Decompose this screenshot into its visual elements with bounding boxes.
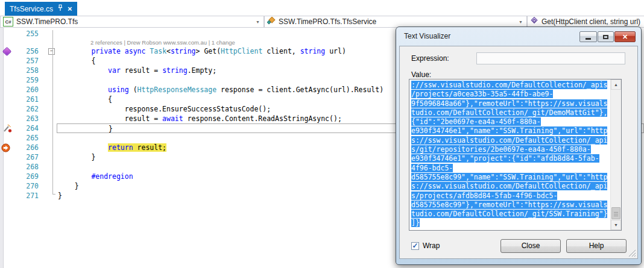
dialog-body: Expression: Value: ://ssw.visualstudio.c…	[399, 46, 638, 259]
wrap-checkbox[interactable]: ✓ Wrap	[411, 242, 440, 250]
fold-collapse-box[interactable]: −	[48, 48, 55, 55]
value-line: e930f34746e1","name":"SSW.Training","url…	[411, 126, 609, 136]
value-line: 9f5096848a66"},"remoteUrl":"https://ssw.…	[411, 99, 609, 108]
tab-title: TfsService.cs	[10, 5, 53, 13]
value-line: s://ssw.visualstudio.com/DefaultCollecti…	[411, 182, 609, 191]
value-scrollbar[interactable]: ▲ ▼	[610, 79, 621, 230]
project-dropdown[interactable]: C# SSW.TimePRO.Tfs ▼	[0, 16, 264, 28]
line-number: 268	[16, 162, 47, 172]
class-icon	[267, 17, 276, 27]
tab-bar: TfsService.cs ×	[0, 0, 644, 16]
chevron-down-icon: ▼	[256, 20, 260, 24]
chevron-down-icon: ▼	[519, 20, 523, 24]
csharp-project-icon: C#	[3, 17, 13, 26]
wrap-checkbox-label: Wrap	[423, 242, 440, 250]
minimize-icon	[586, 38, 591, 40]
outline-guide-line	[52, 30, 53, 194]
value-label: Value:	[411, 70, 431, 79]
close-window-button[interactable]: ✕	[614, 31, 636, 42]
pin-icon[interactable]	[57, 4, 63, 13]
line-number: 256	[16, 46, 47, 56]
maximize-icon	[603, 35, 608, 39]
line-number: 259	[16, 75, 47, 85]
bookmark-icon	[2, 47, 12, 57]
value-line: tudio.com/DefaultCollection/_git/DemoMat…	[411, 108, 609, 117]
breakpoint-arrow-icon	[1, 143, 10, 152]
line-number: 261	[16, 95, 47, 104]
value-line: e930f34746e1","project":{"id":"afdb8d84-…	[411, 154, 609, 163]
expression-label: Expression:	[411, 54, 449, 63]
type-dropdown-label: SSW.TimePRO.Tfs.TfsService	[279, 17, 376, 26]
value-line: s/projects/afdb8d84-5fab-4f96-bdc5-	[411, 192, 609, 201]
value-line: d585755e8c99","name":"SSW.Training","url…	[411, 173, 609, 182]
value-line: 4f96-bdc5-	[411, 164, 609, 173]
method-icon	[530, 17, 538, 27]
dialog-footer: ✓ Wrap Close Help	[411, 239, 627, 254]
value-line: {"id":"2be0697e-ea4a-450f-880a-	[411, 117, 609, 126]
line-number: 270	[16, 181, 47, 191]
line-number: 255	[16, 29, 47, 39]
line-number: 266	[16, 143, 47, 152]
minimize-button[interactable]	[579, 31, 597, 42]
edit-pencil-icon	[2, 123, 13, 133]
scroll-up-arrow-icon[interactable]: ▲	[611, 79, 621, 90]
line-number: 269	[16, 172, 47, 181]
line-number: 264	[16, 123, 47, 133]
line-number: 262	[16, 104, 47, 114]
line-number: 260	[16, 85, 47, 95]
checkbox-check-icon: ✓	[411, 242, 419, 250]
project-dropdown-label: SSW.TimePRO.Tfs	[16, 17, 78, 26]
member-dropdown-label: Get(HttpClient client, string url)	[541, 17, 640, 26]
value-line: s://ssw.visualstudio.com/DefaultCollecti…	[411, 136, 609, 145]
dialog-title: Text Visualizer	[404, 32, 450, 40]
line-number: 263	[16, 114, 47, 123]
expression-input[interactable]	[476, 52, 625, 64]
close-icon[interactable]: ×	[68, 5, 72, 13]
value-line: ://ssw.visualstudio.com/DefaultCollectio…	[411, 81, 609, 90]
line-number: 258	[16, 66, 47, 75]
value-text: ://ssw.visualstudio.com/DefaultCollectio…	[411, 81, 609, 228]
line-number: 257	[16, 56, 47, 66]
visual-studio-window: TfsService.cs × C# SSW.TimePRO.Tfs ▼ SSW…	[0, 0, 644, 268]
close-window-icon: ✕	[622, 33, 628, 41]
text-visualizer-dialog: Text Visualizer ✕ Expression: Value: ://…	[396, 26, 642, 265]
type-dropdown[interactable]: SSW.TimePRO.Tfs.TfsService ▼	[264, 16, 527, 28]
dialog-title-bar[interactable]: Text Visualizer ✕	[396, 27, 641, 45]
line-number: 271	[16, 191, 47, 201]
line-number: 267	[16, 152, 47, 162]
tab-tfsservice[interactable]: TfsService.cs ×	[5, 2, 77, 16]
outline-guide-corner	[52, 194, 55, 195]
value-line: tudio.com/DefaultCollection/_git/SSW.Tra…	[411, 210, 609, 219]
scroll-down-arrow-icon[interactable]: ▼	[611, 220, 621, 230]
member-dropdown[interactable]: Get(HttpClient client, string url)	[527, 16, 644, 28]
value-textarea[interactable]: ://ssw.visualstudio.com/DefaultCollectio…	[409, 79, 622, 231]
help-button[interactable]: Help	[566, 239, 627, 253]
maximize-button[interactable]	[598, 31, 614, 42]
resize-grip[interactable]	[628, 249, 636, 257]
value-line: ]}	[411, 219, 609, 228]
value-line: /projects/a0cea33b-35a5-44fb-abe9-	[411, 90, 609, 99]
value-line: s/git/repositories/2be0697e-ea4a-450f-88…	[411, 145, 609, 154]
value-line: d585755e8c99"},"remoteUrl":"https://ssw.…	[411, 201, 609, 210]
close-button[interactable]: Close	[500, 239, 561, 253]
scrollbar-thumb[interactable]	[611, 207, 620, 219]
line-number: 265	[16, 133, 47, 143]
